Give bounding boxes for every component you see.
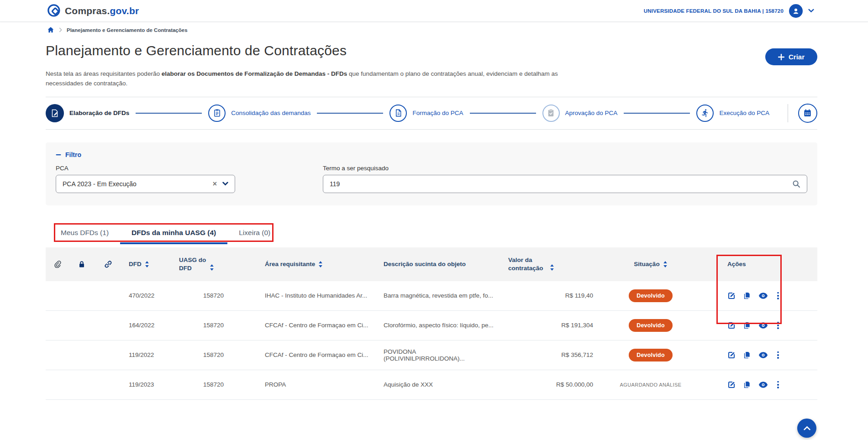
copy-button[interactable] (743, 381, 751, 389)
step-consolidacao-demandas[interactable]: Consolidação das demandas (208, 105, 310, 122)
edit-button[interactable] (727, 381, 736, 389)
pca-selected-value: PCA 2023 - Em Execução (63, 180, 213, 188)
scroll-to-top-button[interactable] (797, 419, 816, 438)
column-header-area[interactable]: Área requisitante (249, 261, 372, 267)
view-button[interactable] (759, 322, 768, 329)
search-button[interactable] (792, 180, 800, 188)
step-execucao-pca[interactable]: Execução do PCA (696, 105, 769, 122)
edit-button[interactable] (727, 321, 736, 330)
person-icon (791, 6, 800, 16)
step-connector (317, 113, 383, 114)
status-badge: Devolvido (629, 349, 673, 361)
cell-actions (705, 351, 817, 359)
column-header-situacao[interactable]: Situação (596, 261, 705, 267)
cell-area: CFCAf - Centro de Formaçao em Ci... (249, 351, 372, 358)
link-icon (95, 260, 121, 268)
step-elaboracao-dfds[interactable]: Elaboração de DFDs (46, 104, 129, 122)
tab-lixeira[interactable]: Lixeira (0) (227, 225, 282, 244)
sort-icon (663, 261, 668, 267)
edit-button[interactable] (727, 292, 736, 300)
more-options-button[interactable] (775, 292, 781, 300)
view-button[interactable] (759, 382, 768, 388)
cell-valor: R$ 50.000,00 (494, 381, 596, 388)
app-header: Compras.gov.br UNIVERSIDADE FEDERAL DO S… (0, 0, 868, 22)
cell-dfd: 164/2022 (121, 322, 171, 329)
step-connector (470, 113, 536, 114)
eye-icon (759, 382, 768, 388)
document-edit-icon (46, 104, 64, 122)
cell-descricao: POVIDONA (POLIVINILPIRROLIDONA)... (372, 348, 494, 362)
stepper-divider (788, 104, 788, 122)
copy-button[interactable] (743, 321, 751, 330)
step-aprovacao-pca[interactable]: Aprovação do PCA (542, 105, 618, 122)
column-header-dfd[interactable]: DFD (121, 261, 171, 267)
filter-title: Filtro (65, 151, 81, 158)
more-options-button[interactable] (775, 381, 781, 389)
column-header-uasg[interactable]: UASG do DFD (171, 256, 249, 272)
cell-actions (705, 321, 817, 330)
edit-icon (727, 351, 736, 359)
tab-meus-dfds[interactable]: Meus DFDs (1) (49, 225, 120, 244)
clipboard-check-icon (542, 105, 560, 122)
clear-selection-icon[interactable]: × (213, 180, 217, 188)
table-row: 164/2022 158720 CFCAf - Centro de Formaç… (46, 311, 817, 340)
view-button[interactable] (759, 293, 768, 299)
edit-icon (727, 321, 736, 330)
cell-dfd: 119/2023 (121, 381, 171, 388)
cell-actions (705, 381, 817, 389)
logo-text-gov: gov.br (110, 5, 139, 16)
search-icon (792, 180, 800, 188)
calendar-button[interactable] (798, 104, 817, 123)
dfd-table: DFD UASG do DFD Área requisitante Descri… (46, 247, 817, 400)
tab-dfds-minha-uasg[interactable]: DFDs da minha UASG (4) (120, 225, 227, 244)
step-formacao-pca[interactable]: Formação do PCA (389, 105, 463, 122)
cell-descricao: Clorofórmio, aspecto físico: líquido, pe… (372, 322, 494, 329)
sort-icon (210, 264, 214, 272)
org-name[interactable]: UNIVERSIDADE FEDERAL DO SUL DA BAHIA | 1… (644, 8, 784, 14)
view-button[interactable] (759, 352, 768, 358)
column-header-valor[interactable]: Valor da contratação (494, 256, 596, 272)
select-chevron-down-icon[interactable] (222, 182, 228, 186)
pca-label: PCA (56, 165, 235, 172)
create-button[interactable]: Criar (765, 48, 817, 65)
paperclip-icon (46, 260, 68, 268)
column-header-acoes: Ações (705, 261, 817, 267)
cell-uasg: 158720 (171, 351, 249, 358)
status-badge: Devolvido (629, 319, 673, 332)
user-avatar[interactable] (789, 4, 803, 18)
cell-valor: R$ 356,712 (494, 351, 596, 358)
file-lines-icon (389, 105, 407, 122)
copy-icon (743, 381, 751, 389)
copy-icon (743, 351, 751, 359)
page-title: Planejamento e Gerenciamento de Contrata… (46, 43, 347, 58)
more-options-button[interactable] (775, 321, 781, 330)
cell-uasg: 158720 (171, 381, 249, 388)
calendar-icon (803, 109, 812, 117)
pca-select[interactable]: PCA 2023 - Em Execução × (56, 175, 235, 193)
page-description: Nesta tela as áreas requisitantes poderã… (46, 69, 596, 89)
copy-icon (743, 292, 751, 300)
cell-area: PROPA (249, 381, 372, 388)
process-stepper: Elaboração de DFDs Consolidação das dema… (46, 97, 817, 130)
minus-icon (56, 152, 61, 157)
filter-panel: Filtro PCA PCA 2023 - Em Execução × Term… (46, 142, 817, 205)
breadcrumb-current: Planejamento e Gerenciamento de Contrata… (67, 27, 188, 33)
more-options-button[interactable] (775, 351, 781, 359)
breadcrumb: Planejamento e Gerenciamento de Contrata… (47, 22, 868, 37)
search-term-label: Termo a ser pesquisado (323, 165, 807, 172)
compras-gov-logo[interactable]: Compras.gov.br (47, 4, 139, 18)
edit-icon (727, 381, 736, 389)
home-icon[interactable] (47, 26, 54, 33)
step-connector (136, 113, 202, 114)
cell-descricao: Barra magnética, revestida em ptfe, fo..… (372, 292, 494, 299)
column-header-descricao: Descrição sucinta do objeto (372, 261, 494, 267)
filter-collapse-toggle[interactable]: Filtro (56, 151, 807, 158)
search-term-input[interactable] (330, 180, 792, 188)
search-term-box (323, 175, 807, 193)
copy-button[interactable] (743, 292, 751, 300)
sort-icon (550, 264, 554, 272)
edit-button[interactable] (727, 351, 736, 359)
copy-button[interactable] (743, 351, 751, 359)
cell-area: CFCAf - Centro de Formaçao em Ci... (249, 322, 372, 329)
user-menu-chevron-icon[interactable] (808, 9, 814, 13)
